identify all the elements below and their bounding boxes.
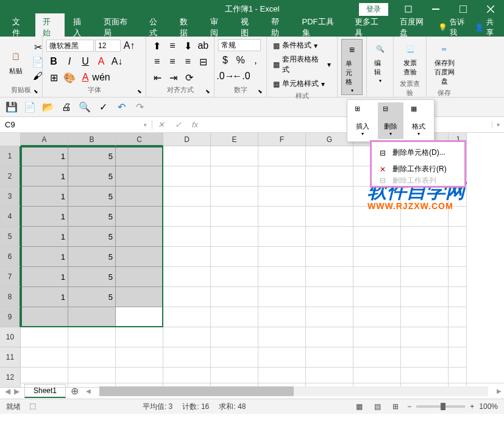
wrap-text-icon[interactable]: ab [196, 39, 210, 52]
print-icon[interactable]: 🖨 [60, 101, 73, 114]
cell[interactable] [163, 267, 211, 287]
cell[interactable] [306, 146, 353, 166]
cell[interactable] [116, 247, 163, 267]
cell[interactable] [21, 307, 68, 327]
align-left-icon[interactable]: ≡ [150, 55, 164, 68]
cell[interactable] [353, 227, 401, 247]
insert-cells-button[interactable]: ⊞ 插入 ▾ [350, 102, 375, 139]
cell[interactable] [116, 368, 163, 388]
cell[interactable] [306, 327, 353, 347]
currency-icon[interactable]: $ [218, 54, 232, 67]
cell-style-button[interactable]: ▦ 单元格样式 ▾ [271, 77, 333, 90]
select-all-button[interactable] [0, 133, 21, 146]
cell[interactable]: 1 [21, 166, 68, 187]
cell[interactable] [258, 187, 306, 207]
cell[interactable] [306, 267, 353, 287]
cell[interactable]: 1 [21, 146, 68, 166]
row-header[interactable]: 1 [0, 146, 21, 166]
undo-icon[interactable]: ↶ [115, 101, 128, 114]
cell[interactable] [401, 247, 449, 267]
decrease-font-icon[interactable]: A↓ [110, 55, 124, 68]
cell[interactable] [211, 307, 258, 327]
border-icon[interactable]: ⊞ [46, 71, 61, 84]
col-header[interactable]: A [21, 133, 68, 146]
cell[interactable]: 5 [68, 187, 116, 207]
cell[interactable]: 1 [21, 247, 68, 267]
cell[interactable] [353, 347, 401, 368]
paste-button[interactable]: 📋 粘贴 [4, 39, 28, 84]
row-header[interactable]: 5 [0, 227, 21, 247]
cell[interactable] [116, 267, 163, 287]
cell[interactable] [258, 287, 306, 307]
cell[interactable] [401, 287, 449, 307]
cell[interactable] [68, 368, 116, 388]
cell[interactable] [163, 307, 211, 327]
cell[interactable]: 1 [21, 187, 68, 207]
open-icon[interactable]: 📂 [41, 101, 55, 114]
decrease-decimal-icon[interactable]: ←.0 [234, 69, 249, 83]
cell[interactable] [68, 327, 116, 347]
cell[interactable]: 1 [21, 267, 68, 287]
cell[interactable] [163, 368, 211, 388]
conditional-format-button[interactable]: ▦ 条件格式 ▾ [271, 39, 333, 52]
cell[interactable]: 5 [68, 207, 116, 227]
delete-cells-menu-item[interactable]: ⊟ 删除单元格(D)... [372, 144, 464, 161]
cell[interactable] [353, 307, 401, 327]
cell[interactable] [306, 227, 353, 247]
cells-button[interactable]: ⊞ 单元格 ▾ [341, 39, 363, 95]
cell[interactable] [306, 287, 353, 307]
close-icon[interactable] [477, 0, 504, 18]
cell[interactable] [306, 166, 353, 187]
cell[interactable] [211, 287, 258, 307]
cell[interactable] [163, 247, 211, 267]
formula-expand-icon[interactable]: ▾ [492, 121, 504, 128]
row-header[interactable]: 3 [0, 187, 21, 207]
cell[interactable] [449, 287, 467, 307]
save-baidu-button[interactable]: ∞ 保存到 百度网盘 [430, 39, 458, 87]
cell[interactable] [211, 247, 258, 267]
italic-icon[interactable]: I [62, 55, 77, 68]
tab-prev-icon[interactable]: ◀ [5, 387, 10, 396]
align-middle-icon[interactable]: ≡ [165, 39, 179, 52]
cell[interactable] [68, 307, 116, 327]
delete-rows-menu-item[interactable]: ✕ 删除工作表行(R) [372, 161, 464, 177]
invoice-button[interactable]: 📃 发票 查验 [397, 39, 422, 78]
fill-color-icon[interactable]: 🎨 [62, 71, 77, 84]
cell[interactable] [449, 267, 467, 287]
cell[interactable] [258, 146, 306, 166]
cell[interactable]: 1 [21, 207, 68, 227]
number-launcher[interactable]: ⬊ [258, 88, 265, 96]
scroll-left-icon[interactable]: ◀ [86, 388, 91, 394]
page-break-icon[interactable]: ⊞ [389, 401, 402, 412]
row-header[interactable]: 10 [0, 327, 21, 347]
cell[interactable] [353, 287, 401, 307]
align-center-icon[interactable]: ≡ [165, 55, 179, 68]
tell-me[interactable]: 💡 告诉我 [438, 17, 469, 38]
col-header[interactable]: C [116, 133, 163, 146]
cell[interactable] [258, 247, 306, 267]
zoom-in-icon[interactable]: + [470, 402, 474, 411]
cell[interactable] [258, 267, 306, 287]
name-box-input[interactable] [5, 120, 144, 129]
col-header[interactable]: E [211, 133, 258, 146]
table-format-button[interactable]: ▦ 套用表格格式 ▾ [271, 53, 333, 76]
number-format-select[interactable] [218, 39, 261, 51]
row-header[interactable]: 12 [0, 368, 21, 388]
accessibility-icon[interactable]: ⬚ [29, 402, 36, 412]
print-preview-icon[interactable]: 🔍 [78, 101, 91, 114]
redo-icon[interactable]: ↷ [133, 101, 146, 114]
col-header[interactable]: F [258, 133, 306, 146]
cell[interactable] [353, 247, 401, 267]
cell[interactable] [211, 207, 258, 227]
normal-view-icon[interactable]: ▦ [352, 401, 366, 412]
increase-decimal-icon[interactable]: .0→ [218, 69, 233, 83]
cell[interactable] [258, 307, 306, 327]
cell[interactable] [211, 327, 258, 347]
cell[interactable] [401, 347, 449, 368]
cell[interactable] [163, 187, 211, 207]
cell[interactable] [401, 267, 449, 287]
cell[interactable] [211, 187, 258, 207]
indent-right-icon[interactable]: ⇥ [166, 71, 180, 84]
cell[interactable] [68, 347, 116, 368]
maximize-icon[interactable] [449, 0, 477, 18]
